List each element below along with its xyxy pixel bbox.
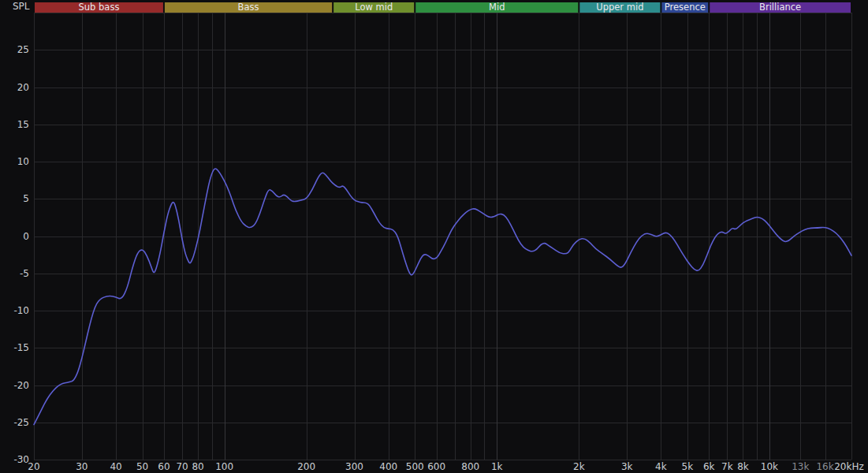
band-label-brilliance: Brilliance [759,2,801,13]
x-tick-label: 80 [192,461,203,472]
x-tick-label: 800 [461,461,479,472]
y-tick-label: 0 [23,231,29,242]
x-tick-label: 50 [136,461,148,472]
grid-lines [34,13,852,460]
x-tick-label: 400 [379,461,397,472]
x-tick-label: 5k [682,461,694,472]
y-tick-label: 5 [23,193,29,204]
y-tick-label: -30 [13,454,29,465]
x-tick-label: 40 [110,461,121,472]
y-tick-label: -15 [13,342,29,353]
x-tick-label: 20 [28,461,39,472]
x-tick-label: 16k [816,461,833,472]
y-tick-label: -20 [13,380,29,391]
x-tick-label: 20kHz [834,461,864,472]
y-tick-label: 20 [17,82,29,93]
x-tick-label: 70 [176,461,188,472]
x-tick-label: 4k [655,461,667,472]
x-tick-label: 30 [76,461,88,472]
band-label-presence: Presence [665,2,706,13]
y-tick-label: 15 [17,119,29,130]
band-label-upper-mid: Upper mid [596,2,643,13]
x-tick-label: 6k [703,461,715,472]
x-tick-label: 200 [297,461,315,472]
x-tick-label: 60 [158,461,170,472]
x-tick-label: 500 [406,461,424,472]
x-tick-label: 600 [427,461,445,472]
x-tick-label: 3k [621,461,633,472]
x-tick-label: 13k [792,461,809,472]
y-tick-label: -25 [13,417,29,428]
band-label-bass: Bass [238,2,259,13]
x-tick-label: 10k [761,461,778,472]
x-tick-label: 2k [573,461,585,472]
band-label-mid: Mid [489,2,505,13]
x-tick-label: 7k [721,461,733,472]
x-tick-label: 300 [345,461,363,472]
frequency-response-chart-window: SPL Sub bassBassLow midMidUpper midPrese… [0,0,868,473]
y-tick-label: 10 [17,156,29,167]
y-tick-label: -5 [20,268,29,279]
spl-chart-plot-area[interactable]: Sub bassBassLow midMidUpper midPresenceB… [0,0,868,473]
y-tick-label: 25 [17,44,29,55]
x-tick-label: 1k [491,461,503,472]
frequency-bands-bar: Sub bassBassLow midMidUpper midPresenceB… [35,2,851,13]
x-tick-label: 100 [215,461,233,472]
x-tick-label: 8k [737,461,749,472]
band-label-sub-bass: Sub bass [79,2,120,13]
band-label-low-mid: Low mid [355,2,393,13]
y-tick-label: -10 [13,305,29,316]
axis-tick-labels: 203040506070801002003004005006008001k2k3… [13,44,863,472]
